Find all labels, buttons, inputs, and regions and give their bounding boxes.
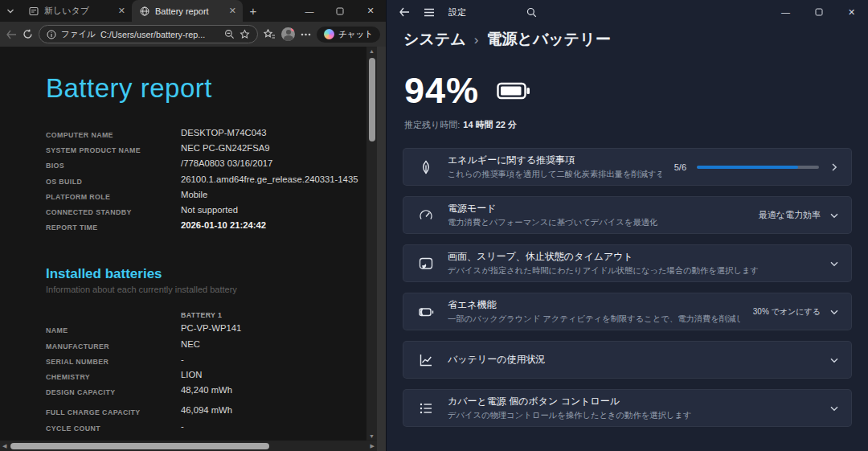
browser-window-edge xyxy=(377,47,386,451)
refresh-icon[interactable] xyxy=(23,29,33,39)
settings-card-battery-usage[interactable]: バッテリーの使用状況 xyxy=(403,341,852,379)
card-subtitle: 一部のバックグラウンド アクティビティを制限することで、電力消費を削減し、バッテ… xyxy=(448,314,740,325)
browser-close-button[interactable]: ✕ xyxy=(355,0,386,22)
report-row: DESIGN CAPACITY48,240 mWh xyxy=(46,383,366,399)
row-value: 2026-01-10 21:24:42 xyxy=(181,219,266,234)
tab-close-icon[interactable]: ✕ xyxy=(229,6,236,16)
report-row: PLATFORM ROLEMobile xyxy=(46,188,366,203)
chevron-down-icon xyxy=(829,404,839,413)
copilot-chat-button[interactable]: チャット xyxy=(317,27,380,43)
row-label: SERIAL NUMBER xyxy=(46,353,181,368)
breadcrumb-separator: › xyxy=(474,31,479,48)
recommendations-progress-label: 5/6 xyxy=(674,162,686,172)
report-row: BIOS/778A0803 03/16/2017 xyxy=(46,157,366,172)
row-value: - xyxy=(181,353,184,368)
row-label: CHEMISTRY xyxy=(46,368,181,383)
card-subtitle: デバイスの物理コントロールを操作したときの動作を選択します xyxy=(448,410,817,421)
recommendations-progress-fill xyxy=(697,166,798,169)
hamburger-menu-icon[interactable] xyxy=(424,8,435,17)
settings-close-button[interactable]: ✕ xyxy=(835,0,868,24)
scroll-right-icon[interactable]: ▶ xyxy=(371,443,375,449)
report-row: SERIAL NUMBER- xyxy=(46,353,366,368)
scroll-left-icon[interactable]: ◀ xyxy=(2,443,6,449)
tab-label: 新しいタブ xyxy=(44,5,113,17)
leaf-icon xyxy=(417,159,435,175)
remaining-time-value: 14 時間 22 分 xyxy=(463,120,517,129)
settings-maximize-button[interactable] xyxy=(802,0,835,24)
tab-strip: 新しいタブ ✕ Battery report ✕ + — ✕ xyxy=(0,0,386,22)
remaining-time-label: 推定残り時間: xyxy=(404,120,460,129)
vertical-scrollbar[interactable]: ▲ ▼ xyxy=(366,47,377,440)
vertical-scrollbar-thumb[interactable] xyxy=(369,58,375,141)
row-value: /778A0803 03/16/2017 xyxy=(181,157,272,172)
profile-avatar[interactable] xyxy=(281,27,295,41)
tab-search-caret-icon[interactable] xyxy=(0,0,21,22)
report-row: CHEMISTRYLION xyxy=(46,368,366,383)
horizontal-scrollbar-thumb[interactable] xyxy=(10,443,269,449)
card-subtitle: 電力消費とパフォーマンスに基づいてデバイスを最適化 xyxy=(448,217,746,228)
breadcrumb-system[interactable]: システム xyxy=(403,29,466,50)
report-title: Battery report xyxy=(46,73,366,104)
row-label: PLATFORM ROLE xyxy=(46,188,181,203)
row-label: DESIGN CAPACITY xyxy=(46,383,181,399)
card-subtitle: デバイスが指定された時間にわたりアイドル状態になった場合の動作を選択します xyxy=(448,265,817,277)
screen-sleep-icon xyxy=(417,256,435,272)
battery-info-table: NAMEPC-VP-WP141MANUFACTURERNECSERIAL NUM… xyxy=(46,322,366,434)
new-tab-button[interactable]: + xyxy=(243,0,264,22)
row-value: 48,240 mWh xyxy=(181,383,232,399)
power-mode-icon xyxy=(417,207,435,223)
tab-label: Battery report xyxy=(155,6,223,16)
row-value: PC-VP-WP141 xyxy=(181,322,241,337)
settings-window: 設定 — ✕ システム › 電源とバッテリー 94% 推定残り時間:14 時間 … xyxy=(386,0,868,451)
settings-card-energy-recommendations[interactable]: エネルギーに関する推奨事項これらの推奨事項を適用して二酸化炭素排出量を削減する5… xyxy=(403,148,852,186)
row-label: NAME xyxy=(46,322,181,337)
report-row: FULL CHARGE CAPACITY46,094 mWh xyxy=(46,404,366,419)
breadcrumb: システム › 電源とバッテリー xyxy=(387,24,868,50)
favorite-star-icon[interactable] xyxy=(240,29,250,39)
scroll-up-icon[interactable]: ▲ xyxy=(366,48,377,54)
tab-new-tab[interactable]: 新しいタブ ✕ xyxy=(21,0,132,22)
row-value: LION xyxy=(181,368,202,383)
card-title: バッテリーの使用状況 xyxy=(448,353,817,367)
card-title: 電源モード xyxy=(448,202,746,215)
settings-card-lid-power-button-controls[interactable]: カバーと電源 個のボタン コントロールデバイスの物理コントロールを操作したときの… xyxy=(403,389,852,427)
settings-minimize-button[interactable]: — xyxy=(769,0,802,24)
settings-card-power-mode[interactable]: 電源モード電力消費とパフォーマンスに基づいてデバイスを最適化最適な電力効率 xyxy=(403,196,852,234)
energy-saver-dropdown[interactable]: 30% でオンにする xyxy=(753,306,839,318)
settings-titlebar: 設定 — ✕ xyxy=(387,0,868,24)
tab-battery-report[interactable]: Battery report ✕ xyxy=(132,0,243,22)
system-info-table: COMPUTER NAMEDESKTOP-M74C043SYSTEM PRODU… xyxy=(46,126,366,234)
globe-icon xyxy=(140,6,149,16)
settings-card-energy-saver[interactable]: 省エネ機能一部のバックグラウンド アクティビティを制限することで、電力消費を削減… xyxy=(403,293,852,330)
browser-minimize-button[interactable]: — xyxy=(294,0,325,22)
tab-close-icon[interactable]: ✕ xyxy=(118,6,125,16)
horizontal-scrollbar[interactable]: ◀ ▶ xyxy=(0,441,377,451)
browser-maximize-button[interactable] xyxy=(325,0,355,22)
chevron-down-icon xyxy=(829,307,839,317)
copilot-chat-label: チャット xyxy=(338,29,373,40)
report-row: MANUFACTURERNEC xyxy=(46,338,366,353)
battery-report-page: Battery report COMPUTER NAMEDESKTOP-M74C… xyxy=(0,47,366,441)
browser-toolbar: ファイル C:/Users/user/battery-rep... チャット xyxy=(0,22,386,47)
address-bar[interactable]: ファイル C:/Users/user/battery-rep... xyxy=(39,25,258,43)
info-icon[interactable] xyxy=(47,30,56,39)
chevron-down-icon xyxy=(829,259,839,269)
report-row: CONNECTED STANDBYNot supported xyxy=(46,203,366,219)
zoom-out-icon[interactable] xyxy=(224,29,235,39)
settings-search-icon[interactable] xyxy=(526,7,537,18)
battery-percent: 94% xyxy=(404,70,479,112)
power-mode-dropdown[interactable]: 最適な電力効率 xyxy=(759,209,839,221)
row-value: 46,094 mWh xyxy=(181,404,232,419)
favorites-hub-icon[interactable] xyxy=(264,29,276,39)
more-menu-icon[interactable] xyxy=(301,33,311,36)
installed-batteries-subtitle: Information about each currently install… xyxy=(46,285,366,294)
chevron-right-icon xyxy=(829,162,839,172)
settings-card-screen-sleep-timeouts[interactable]: 画面、スリープ、休止状態のタイムアウトデバイスが指定された時間にわたりアイドル状… xyxy=(403,244,852,282)
settings-back-icon[interactable] xyxy=(399,7,410,17)
scroll-down-icon[interactable]: ▼ xyxy=(366,433,377,439)
back-icon[interactable] xyxy=(6,30,17,39)
recommendations-progress-bar xyxy=(697,166,819,169)
row-label: SYSTEM PRODUCT NAME xyxy=(46,141,181,157)
row-label: BIOS xyxy=(46,157,181,172)
browser-window: 新しいタブ ✕ Battery report ✕ + — ✕ xyxy=(0,0,386,451)
